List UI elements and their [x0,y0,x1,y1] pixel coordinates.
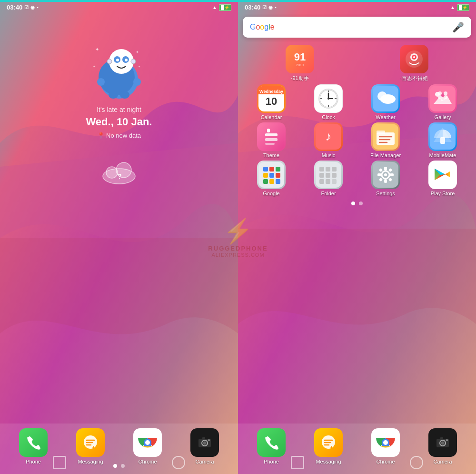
dot-r-1 [351,202,355,205]
label-settings: Settings [376,191,395,196]
app-clock[interactable]: Clock [305,84,352,120]
label-calendar: Calendar [261,114,282,120]
icon-91: 91 2019 [286,45,314,73]
app-googlefolder[interactable]: Google [248,161,295,196]
svg-point-7 [125,59,128,61]
app-mobilemate[interactable]: MobileMate [419,122,466,158]
svg-rect-94 [319,173,324,178]
app-playstore[interactable]: Play Store [419,161,466,196]
messaging-icon-left [76,428,105,457]
svg-point-32 [208,439,210,441]
google-search-bar[interactable]: Google 🎤 [243,17,471,38]
home-btn-left[interactable] [53,456,66,469]
label-weather: Weather [376,114,395,120]
bt-icon: ▲ [212,5,217,10]
app-weather[interactable]: Weather [362,84,409,120]
svg-rect-68 [265,138,278,141]
svg-point-60 [444,91,447,95]
label-gallery: Gallery [435,114,451,120]
app-theme[interactable]: Theme [248,122,295,158]
svg-rect-87 [263,179,268,184]
svg-rect-88 [269,179,274,184]
time-right: 03:40 [245,4,260,11]
svg-rect-82 [269,167,274,171]
date-display: Wed., 10 Jan. [86,116,152,128]
svg-rect-69 [265,143,275,145]
left-phone-screen: 03:40 ☑ ◉ ▪ ▲ ▉⚡ [0,0,238,474]
phone-icon-left [19,428,48,457]
cloud-weather[interactable]: ? [100,158,138,184]
status-time-left: 03:40 ☑ ◉ ▪ [7,4,39,11]
wifi-icon: ◉ [30,5,35,10]
wifi-icon-r: ◉ [268,5,273,10]
apps-row-4: Google F [243,161,471,196]
svg-rect-121 [440,437,443,439]
filemanager-icon [371,122,400,151]
label-baisi: ·百思不得姐 [400,75,428,82]
svg-point-13 [133,78,141,86]
label-clock: Clock [322,114,335,120]
back-btn-left[interactable] [172,456,185,469]
label-filemanager: File Manager [370,152,401,158]
svg-rect-99 [332,179,337,184]
svg-rect-67 [267,129,270,132]
sq-icon: ▪ [37,5,39,10]
svg-rect-89 [276,179,280,184]
svg-point-55 [380,94,396,104]
svg-rect-31 [202,437,205,439]
app-filemanager[interactable]: File Manager [362,122,409,158]
home-btn-right[interactable] [291,456,304,469]
clock-icon [314,84,343,113]
phone-icon-right [257,428,286,457]
right-phone-screen: 03:40 ☑ ◉ ▪ ▲ ▉⚡ Google 🎤 91 2019 [238,0,476,474]
svg-rect-81 [263,167,268,171]
app-calendar[interactable]: Wednesday 10 Calendar [248,84,295,120]
svg-rect-92 [326,167,330,171]
svg-point-30 [203,442,207,445]
svg-rect-96 [332,173,337,178]
svg-rect-66 [265,133,278,136]
app-settings[interactable]: Settings [362,161,409,196]
svg-rect-93 [332,167,337,171]
sq-icon-r: ▪ [275,5,277,10]
right-main-content: Google 🎤 91 2019 ·91助手 [238,17,476,208]
svg-rect-86 [276,173,280,178]
label-theme: Theme [263,152,279,158]
mic-icon[interactable]: 🎤 [452,21,464,33]
svg-rect-105 [377,173,381,176]
svg-rect-104 [384,179,387,183]
signal-icon-r: ☑ [262,5,267,10]
back-btn-right[interactable] [410,456,423,469]
svg-rect-97 [319,179,324,184]
app-gallery[interactable]: Gallery [419,84,466,120]
svg-point-8 [107,59,112,64]
google-logo: Google [250,23,275,31]
svg-rect-106 [390,173,394,176]
status-right-left: ▲ ▉⚡ [212,4,231,11]
svg-point-122 [446,439,448,441]
apps-row-3: Theme ♪ Music [243,122,471,158]
svg-text:♪: ♪ [326,129,332,143]
svg-point-102 [384,173,387,176]
bottom-nav-right [238,454,476,472]
label-music: Music [322,152,336,158]
svg-point-3 [109,49,134,74]
svg-rect-91 [319,167,324,171]
app-91[interactable]: 91 2019 ·91助手 [276,45,324,82]
app-music[interactable]: ♪ Music [305,122,352,158]
svg-text:✦: ✦ [93,65,96,68]
app-folder[interactable]: Folder [305,161,352,196]
mobilemate-icon [428,122,457,151]
label-91: ·91助手 [291,75,308,82]
status-bar-right: 03:40 ☑ ◉ ▪ ▲ ▉⚡ [238,0,476,13]
app-baisi[interactable]: ·百思不得姐 [390,45,438,82]
chrome-icon-left [133,428,162,457]
svg-point-64 [438,91,442,95]
svg-text:✦: ✦ [138,65,140,68]
page-dots-right [243,199,471,208]
svg-point-10 [109,91,118,99]
icon-baisi [400,45,428,73]
night-message: It's late at night [97,106,141,113]
label-playstore: Play Store [431,191,455,196]
svg-rect-65 [258,124,284,150]
